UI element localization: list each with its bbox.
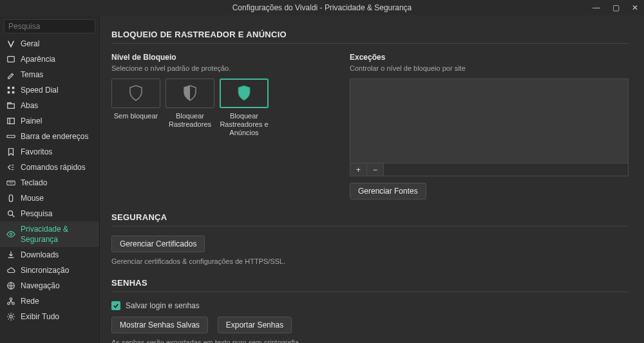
checkbox-checked[interactable] — [111, 301, 120, 310]
sidebar-item-label: Aparência — [21, 54, 55, 64]
grid-icon — [6, 86, 15, 95]
sidebar-item-downloads[interactable]: Downloads — [0, 247, 99, 263]
sidebar-item-label: Navegação — [21, 281, 60, 291]
sidebar-nav: Geral Aparência Temas Speed Dial Abas — [0, 36, 99, 343]
export-passwords-button[interactable]: Exportar Senhas — [218, 317, 292, 333]
card-label: Bloquear Rastreadores e Anúncios — [220, 112, 269, 137]
svg-point-12 — [8, 211, 13, 216]
sidebar-item-abas[interactable]: Abas — [0, 98, 99, 113]
check-icon — [113, 302, 119, 309]
sidebar-item-teclado[interactable]: Teclado — [0, 175, 99, 190]
card-label: Sem bloquear — [111, 112, 160, 120]
sidebar-item-privacidade-seguranca[interactable]: Privacidade & Segurança — [0, 221, 99, 247]
mouse-icon — [6, 194, 15, 203]
svg-point-19 — [10, 315, 12, 318]
sidebar-item-label: Teclado — [21, 178, 47, 188]
sidebar: Geral Aparência Temas Speed Dial Abas — [0, 15, 100, 343]
sidebar-item-speed-dial[interactable]: Speed Dial — [0, 82, 99, 98]
sidebar-item-label: Sincronização — [21, 265, 69, 275]
gear-icon — [6, 312, 15, 321]
exceptions-list[interactable] — [350, 79, 629, 163]
svg-rect-3 — [8, 91, 10, 94]
titlebar: Configurações do Vivaldi - Privacidade &… — [0, 0, 644, 15]
download-icon — [6, 250, 15, 259]
svg-point-17 — [12, 302, 15, 305]
sidebar-item-favoritos[interactable]: Favoritos — [0, 144, 99, 160]
sidebar-item-label: Mouse — [21, 193, 44, 203]
card-no-blocking[interactable]: Sem bloquear — [111, 79, 160, 137]
svg-rect-8 — [7, 135, 15, 138]
eye-icon — [6, 230, 15, 239]
svg-rect-1 — [8, 87, 10, 89]
minimize-button[interactable]: — — [591, 3, 601, 12]
show-saved-passwords-button[interactable]: Mostrar Senhas Salvas — [111, 317, 208, 333]
sidebar-item-label: Comandos rápidos — [21, 162, 86, 172]
sidebar-item-label: Downloads — [21, 250, 59, 260]
svg-rect-6 — [8, 118, 15, 124]
exceptions-add-button[interactable]: + — [350, 163, 367, 176]
vivaldi-icon — [6, 39, 15, 48]
sidebar-item-label: Temas — [21, 70, 43, 80]
panel-icon — [6, 116, 15, 125]
shield-outline-icon — [129, 85, 143, 102]
shield-half-icon — [183, 85, 197, 102]
keyboard-icon — [6, 178, 15, 187]
svg-point-16 — [8, 302, 10, 305]
addressbar-icon — [6, 132, 15, 141]
divider — [111, 226, 629, 227]
cloud-icon — [6, 266, 15, 275]
sidebar-item-label: Pesquisa — [21, 209, 52, 219]
export-passwords-note: As senhas serão exportadas em texto puro… — [111, 338, 629, 343]
sidebar-item-navegacao[interactable]: Navegação — [0, 278, 99, 293]
manage-sources-button[interactable]: Gerenciar Fontes — [350, 183, 426, 199]
sidebar-item-exibir-tudo[interactable]: Exibir Tudo — [0, 309, 99, 324]
sidebar-item-label: Painel — [21, 116, 42, 126]
brush-icon — [6, 70, 15, 79]
svg-rect-4 — [12, 91, 15, 94]
passwords-heading: SENHAS — [111, 278, 629, 288]
sidebar-item-mouse[interactable]: Mouse — [0, 190, 99, 206]
appearance-icon — [6, 55, 15, 64]
blocking-cards: Sem bloquear Bloquear Rastreadores Bloqu… — [111, 79, 330, 137]
exceptions-title: Exceções — [350, 53, 629, 62]
sidebar-item-rede[interactable]: Rede — [0, 293, 99, 309]
close-button[interactable]: ✕ — [630, 3, 640, 12]
sidebar-item-label: Rede — [21, 296, 39, 306]
maximize-button[interactable]: ▢ — [611, 3, 621, 12]
security-heading: SEGURANÇA — [111, 212, 629, 222]
content-area: BLOQUEIO DE RASTREADOR E ANÚNCIO Nível d… — [100, 15, 644, 343]
sidebar-item-label: Speed Dial — [21, 85, 59, 95]
exceptions-remove-button[interactable]: − — [367, 163, 384, 176]
sidebar-item-painel[interactable]: Painel — [0, 113, 99, 129]
manage-certificates-button[interactable]: Gerenciar Certificados — [111, 236, 205, 252]
bookmark-icon — [6, 147, 15, 156]
sidebar-item-aparencia[interactable]: Aparência — [0, 51, 99, 67]
sidebar-item-label: Geral — [21, 39, 39, 49]
svg-rect-11 — [9, 195, 12, 202]
globe-icon — [6, 281, 15, 290]
card-label: Bloquear Rastreadores — [166, 112, 214, 129]
sidebar-item-comandos-rapidos[interactable]: Comandos rápidos — [0, 160, 99, 175]
certificates-note: Gerenciar certificados & configurações d… — [111, 257, 629, 265]
sidebar-item-label: Privacidade & Segurança — [21, 224, 93, 245]
save-passwords-row[interactable]: Salvar login e senhas — [111, 301, 629, 310]
card-block-trackers[interactable]: Bloquear Rastreadores — [166, 79, 214, 137]
tabs-icon — [6, 101, 15, 110]
sidebar-item-label: Favoritos — [21, 147, 52, 157]
shield-full-icon — [237, 85, 251, 102]
window-controls: — ▢ ✕ — [591, 0, 640, 15]
card-block-trackers-ads[interactable]: Bloquear Rastreadores e Anúncios — [220, 79, 269, 137]
sidebar-item-barra-enderecos[interactable]: Barra de endereços — [0, 129, 99, 144]
search-input[interactable] — [4, 19, 95, 33]
exceptions-controls: + − — [350, 163, 629, 176]
sidebar-item-label: Abas — [21, 100, 38, 111]
divider — [111, 292, 629, 292]
sidebar-item-sincronizacao[interactable]: Sincronização — [0, 263, 99, 278]
network-icon — [6, 297, 15, 306]
svg-rect-5 — [8, 104, 15, 108]
sidebar-item-geral[interactable]: Geral — [0, 36, 99, 51]
tracker-heading: BLOQUEIO DE RASTREADOR E ANÚNCIO — [111, 30, 629, 39]
svg-line-13 — [12, 215, 15, 218]
sidebar-item-pesquisa[interactable]: Pesquisa — [0, 206, 99, 221]
sidebar-item-temas[interactable]: Temas — [0, 67, 99, 82]
